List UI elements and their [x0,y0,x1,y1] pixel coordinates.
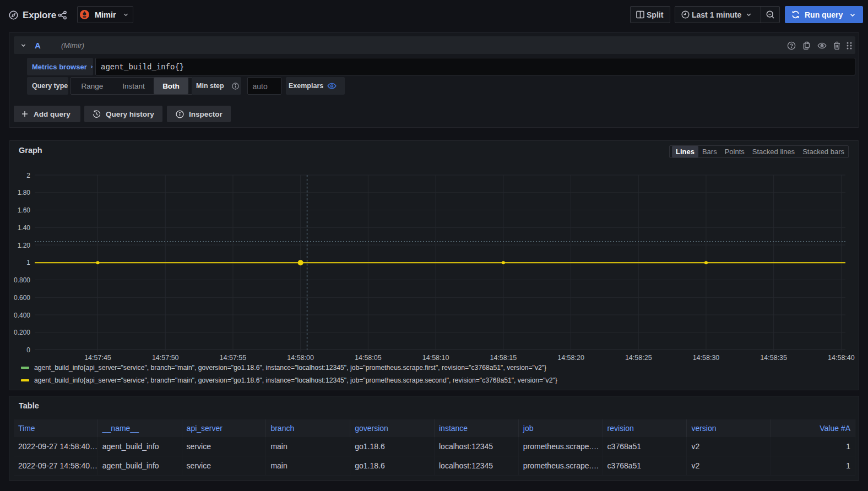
svg-text:14:58:05: 14:58:05 [355,354,382,362]
svg-text:14:58:15: 14:58:15 [490,354,517,362]
svg-text:14:58:10: 14:58:10 [422,354,449,362]
svg-text:0.200: 0.200 [14,329,30,336]
svg-text:2: 2 [26,172,30,179]
svg-text:14:58:25: 14:58:25 [625,354,652,362]
svg-text:14:57:45: 14:57:45 [84,354,111,362]
svg-text:1.20: 1.20 [18,242,31,249]
svg-text:14:58:00: 14:58:00 [287,354,314,362]
svg-text:1.40: 1.40 [18,224,31,232]
svg-text:14:58:40: 14:58:40 [828,354,855,362]
svg-text:0.400: 0.400 [14,312,30,319]
svg-text:1.80: 1.80 [18,189,31,197]
svg-text:0: 0 [26,346,30,354]
svg-text:14:57:50: 14:57:50 [152,354,179,362]
svg-text:14:58:35: 14:58:35 [760,354,787,362]
svg-text:1.60: 1.60 [18,206,31,214]
svg-text:0.800: 0.800 [14,276,30,284]
svg-text:14:58:20: 14:58:20 [557,354,584,362]
svg-text:14:57:55: 14:57:55 [220,354,247,362]
svg-text:14:58:30: 14:58:30 [693,354,720,362]
svg-text:0.600: 0.600 [14,294,30,302]
svg-text:1: 1 [26,259,30,266]
